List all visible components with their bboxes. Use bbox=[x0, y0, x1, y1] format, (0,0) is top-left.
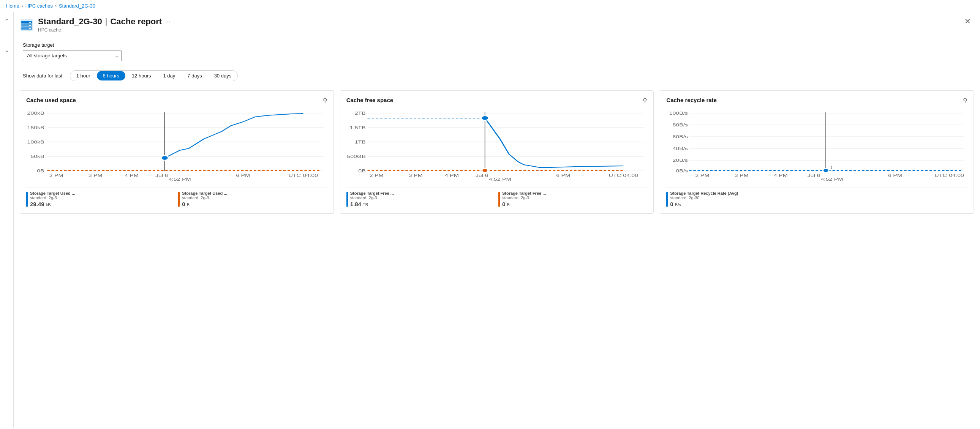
sidebar-toggle: » » bbox=[0, 12, 14, 427]
legend-text-used-blue: Storage Target Used ... standard_2g-3...… bbox=[30, 191, 75, 207]
svg-text:↕: ↕ bbox=[830, 165, 834, 169]
time-option-1day[interactable]: 1 day bbox=[157, 71, 181, 81]
cache-recycle-rate-pin-icon[interactable]: ⚲ bbox=[963, 97, 967, 104]
svg-point-6 bbox=[29, 28, 31, 29]
svg-text:500GB: 500GB bbox=[347, 154, 366, 159]
svg-text:0B: 0B bbox=[358, 169, 366, 173]
legend-color-free-blue bbox=[347, 192, 348, 207]
cache-free-space-pin-icon[interactable]: ⚲ bbox=[643, 97, 647, 104]
legend-free-orange-sub: standard_2g-3... bbox=[502, 195, 546, 200]
legend-text-recycle-blue: Storage Target Recycle Rate (Avg) standa… bbox=[670, 191, 738, 207]
svg-text:4 PM: 4 PM bbox=[124, 173, 138, 178]
svg-text:20B/s: 20B/s bbox=[673, 158, 688, 162]
cache-free-space-header: Cache free space ⚲ bbox=[347, 97, 648, 104]
breadcrumb: Home › HPC caches › Standard_2G-30 bbox=[6, 3, 95, 9]
content-area: Standard_2G-30 | Cache report ··· HPC ca… bbox=[14, 12, 980, 427]
legend-text-free-orange: Storage Target Free ... standard_2g-3...… bbox=[502, 191, 546, 207]
legend-recycle-value: 0 B/s bbox=[670, 201, 738, 207]
time-filter-section: Show data for last: 1 hour 6 hours 12 ho… bbox=[14, 67, 980, 87]
breadcrumb-home[interactable]: Home bbox=[6, 3, 19, 9]
cache-recycle-rate-title: Cache recycle rate bbox=[666, 97, 717, 103]
svg-text:3 PM: 3 PM bbox=[735, 173, 749, 178]
close-icon: ✕ bbox=[964, 17, 971, 25]
legend-free-orange-value: 0 B bbox=[502, 201, 546, 207]
page-title: Standard_2G-30 bbox=[38, 17, 102, 27]
svg-text:3 PM: 3 PM bbox=[408, 173, 422, 178]
legend-sub: standard_2g-3... bbox=[30, 195, 75, 200]
legend-free-orange-name: Storage Target Free ... bbox=[502, 191, 546, 195]
legend-recycle-name: Storage Target Recycle Rate (Avg) bbox=[670, 191, 738, 195]
svg-text:4 PM: 4 PM bbox=[774, 173, 788, 178]
breadcrumb-current[interactable]: Standard_2G-30 bbox=[59, 3, 95, 9]
storage-target-dropdown[interactable]: All storage targets bbox=[23, 50, 122, 61]
legend-item-used-blue: Storage Target Used ... standard_2g-3...… bbox=[26, 191, 175, 207]
svg-text:80B/s: 80B/s bbox=[673, 123, 688, 127]
svg-point-37 bbox=[481, 116, 488, 120]
svg-text:UTC-04:00: UTC-04:00 bbox=[935, 173, 964, 178]
svg-text:3 PM: 3 PM bbox=[89, 173, 103, 178]
time-option-1hour[interactable]: 1 hour bbox=[70, 71, 97, 81]
more-options-button[interactable]: ··· bbox=[165, 18, 170, 26]
svg-text:100B/s: 100B/s bbox=[669, 111, 688, 115]
svg-text:UTC-04:00: UTC-04:00 bbox=[609, 173, 638, 178]
legend-color-orange bbox=[178, 192, 180, 207]
time-option-30days[interactable]: 30 days bbox=[208, 71, 238, 81]
legend-value: 29.49 kB bbox=[30, 201, 75, 207]
cache-recycle-rate-header: Cache recycle rate ⚲ bbox=[666, 97, 967, 104]
svg-text:50kB: 50kB bbox=[30, 154, 44, 159]
legend-unit: kB bbox=[46, 202, 51, 207]
main-container: » » Standard_2G-30 | bbox=[0, 12, 980, 427]
hpc-cache-icon bbox=[20, 18, 33, 32]
svg-text:60B/s: 60B/s bbox=[673, 135, 688, 139]
cache-free-space-legend: Storage Target Free ... standard_2g-3...… bbox=[347, 187, 648, 207]
svg-text:UTC-04:00: UTC-04:00 bbox=[288, 173, 318, 178]
time-option-12hours[interactable]: 12 hours bbox=[126, 71, 157, 81]
cache-free-space-chart: 2TB 1.5TB 1TB 500GB 0B bbox=[347, 108, 648, 184]
storage-target-label: Storage target bbox=[23, 42, 971, 48]
header-actions: ✕ bbox=[964, 17, 971, 26]
svg-text:1TB: 1TB bbox=[355, 140, 366, 144]
svg-text:0B/s: 0B/s bbox=[676, 169, 688, 173]
legend-recycle-sub: standard_2g-30 bbox=[670, 195, 738, 200]
svg-text:2TB: 2TB bbox=[355, 111, 366, 115]
time-option-7days[interactable]: 7 days bbox=[181, 71, 208, 81]
cache-used-space-pin-icon[interactable]: ⚲ bbox=[323, 97, 328, 104]
legend-sub-2: standard_2g-3... bbox=[182, 195, 227, 200]
cache-used-space-title: Cache used space bbox=[26, 97, 76, 103]
svg-text:Jul 6: Jul 6 bbox=[808, 173, 820, 178]
cache-free-space-card: Cache free space ⚲ 2TB 1.5TB 1TB 500GB 0… bbox=[340, 91, 654, 214]
svg-text:Jul 6: Jul 6 bbox=[476, 173, 488, 178]
cache-recycle-rate-legend: Storage Target Recycle Rate (Avg) standa… bbox=[666, 187, 967, 207]
page-header: Standard_2G-30 | Cache report ··· HPC ca… bbox=[14, 12, 980, 36]
time-options-group: 1 hour 6 hours 12 hours 1 day 7 days 30 … bbox=[70, 70, 238, 81]
legend-recycle-unit: B/s bbox=[675, 202, 681, 207]
legend-free-blue-value: 1.84 TB bbox=[350, 201, 394, 207]
cache-recycle-rate-card: Cache recycle rate ⚲ 100B/s 80B/s 60B/s … bbox=[660, 91, 974, 214]
page-title-area: Standard_2G-30 | Cache report ··· HPC ca… bbox=[38, 17, 964, 33]
time-option-6hours[interactable]: 6 hours bbox=[97, 71, 125, 81]
legend-color-recycle-blue bbox=[666, 192, 668, 207]
svg-point-5 bbox=[29, 25, 31, 26]
svg-text:Jul 6: Jul 6 bbox=[155, 173, 168, 178]
legend-item-recycle-blue: Storage Target Recycle Rate (Avg) standa… bbox=[666, 191, 967, 207]
charts-section: Cache used space ⚲ 200kB 150kB 100kB 50k… bbox=[14, 87, 980, 220]
legend-color-free-orange bbox=[498, 192, 500, 207]
sidebar-expand-icon[interactable]: » bbox=[5, 49, 8, 54]
svg-text:200kB: 200kB bbox=[27, 111, 45, 115]
close-button[interactable]: ✕ bbox=[964, 17, 971, 26]
cache-free-space-title: Cache free space bbox=[347, 97, 393, 103]
svg-text:4:52 PM: 4:52 PM bbox=[488, 177, 511, 181]
title-separator: | bbox=[105, 17, 108, 27]
legend-name-2: Storage Target Used ... bbox=[182, 191, 227, 195]
sidebar-collapse-icon[interactable]: » bbox=[5, 17, 8, 22]
svg-text:6 PM: 6 PM bbox=[556, 173, 570, 178]
breadcrumb-sep-2: › bbox=[55, 3, 57, 9]
svg-text:150kB: 150kB bbox=[27, 126, 45, 130]
cache-used-space-chart: 200kB 150kB 100kB 50kB 0B bbox=[26, 108, 328, 184]
legend-text-free-blue: Storage Target Free ... standard_2g-3...… bbox=[350, 191, 394, 207]
legend-item-free-orange: Storage Target Free ... standard_2g-3...… bbox=[498, 191, 647, 207]
legend-unit-2: B bbox=[187, 202, 189, 207]
cache-used-space-card: Cache used space ⚲ 200kB 150kB 100kB 50k… bbox=[20, 91, 334, 214]
svg-text:0B: 0B bbox=[37, 169, 45, 173]
breadcrumb-hpc-caches[interactable]: HPC caches bbox=[25, 3, 53, 9]
